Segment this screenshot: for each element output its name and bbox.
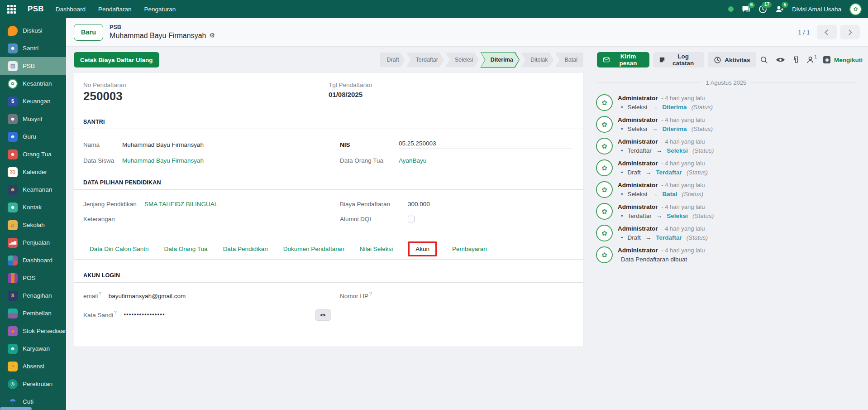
chatter-message: Administrator - 4 hari yang lalu Seleksi… (596, 94, 856, 111)
alumni-dqi-checkbox[interactable] (408, 216, 415, 222)
date-divider: 1 Agustus 2025 (596, 79, 856, 86)
paperclip-icon[interactable] (793, 56, 799, 64)
pos-shop-icon (8, 273, 18, 283)
search-icon[interactable] (760, 56, 768, 64)
field-tgl-pendaftaran: Tgl Pendaftaran 01/08/2025 (329, 82, 574, 103)
navbar-menu-item[interactable]: Pendaftaran (98, 6, 132, 13)
author-avatar[interactable] (596, 94, 613, 111)
print-reregistration-fee-button[interactable]: Cetak Biaya Daftar Ulang (74, 52, 159, 68)
sidebar-item[interactable]: ☻ Santri (0, 39, 66, 57)
statusbar-step[interactable]: Diterima (480, 52, 520, 68)
breadcrumb-app-link[interactable]: PSB (110, 24, 215, 31)
follow-button[interactable]: Mengikuti (823, 56, 863, 63)
notebook-tab[interactable]: Akun (408, 241, 437, 256)
notebook-tab[interactable]: Data Diri Calon Santri (90, 242, 149, 256)
sidebar-item[interactable]: ▤ PSB (0, 57, 66, 75)
sidebar-item[interactable]: ✿ Kesantrian (0, 75, 66, 92)
author-avatar[interactable] (596, 138, 613, 154)
send-message-button[interactable]: Kirim pesan (597, 52, 649, 68)
chatter-message: Administrator - 4 hari yang lalu Draft T… (596, 225, 856, 241)
sidebar-item[interactable]: 31 Kalender (0, 163, 66, 181)
user-avatar[interactable] (849, 3, 862, 15)
data-orang-tua-link[interactable]: AyahBayu (399, 157, 426, 164)
arrow-right-icon (656, 147, 663, 154)
activity-clock-icon[interactable]: 17 (758, 5, 767, 14)
statusbar-step[interactable]: Ditolak (521, 53, 553, 67)
registration-number: 250003 (83, 89, 329, 103)
followers-icon[interactable]: 1 (807, 56, 817, 63)
messages-icon[interactable]: 6 (742, 5, 750, 13)
sidebar-item[interactable]: Dashboard (0, 251, 66, 269)
sidebar-item[interactable]: ⌂ Sekolah (0, 216, 66, 234)
author-avatar[interactable] (596, 181, 613, 198)
apps-menu-icon[interactable] (7, 5, 16, 14)
stage-badge[interactable]: Baru (74, 24, 103, 41)
log-note-button[interactable]: Log catatan (653, 52, 704, 68)
school-building-icon: ⌂ (8, 220, 18, 230)
sidebar-item-label: Absensi (23, 363, 44, 370)
jenjang-pendidikan-link[interactable]: SMA TAHFIDZ BILINGUAL (144, 201, 218, 207)
author-avatar[interactable] (596, 225, 613, 241)
sidebar-item[interactable]: Diskusi (0, 22, 66, 39)
field-email: email? bayufirmansyah@gmail.com (83, 293, 340, 299)
notebook-tab[interactable]: Pembayaran (452, 242, 487, 256)
chatter-message: Administrator - 4 hari yang lalu Terdaft… (596, 203, 856, 220)
pager-prev-button[interactable] (817, 25, 837, 39)
sidebar-item[interactable]: ◔ Absensi (0, 357, 66, 375)
nis-input[interactable]: 05.25.250003 (399, 140, 572, 149)
sidebar-item-label: Penjualan (23, 239, 50, 246)
sidebar-item[interactable]: ☻ Orang Tua (0, 145, 66, 163)
section-pendidikan-title: DATA PILIHAN PENDIDIKAN (74, 179, 583, 190)
app-name[interactable]: PSB (28, 5, 44, 14)
sidebar-item[interactable]: ☻ Musyrif (0, 110, 66, 128)
sidebar-item[interactable]: Pembelian (0, 304, 66, 322)
statusbar-step[interactable]: Draft (380, 53, 405, 67)
sidebar-item[interactable]: ☻ Guru (0, 128, 66, 145)
author-avatar[interactable] (596, 159, 613, 176)
pager-next-button[interactable] (840, 25, 860, 39)
sidebar-item[interactable]: ☻ Keamanan (0, 181, 66, 198)
finance-dollar-icon: $ (8, 96, 18, 106)
activities-button[interactable]: Aktivitas (708, 52, 756, 68)
breadcrumb: PSB Muhammad Bayu Firmansyah (110, 24, 215, 40)
navbar-menu-item[interactable]: Pengaturan (144, 6, 176, 13)
notebook-tab[interactable]: Nilai Seleksi (360, 242, 393, 256)
registration-date: 01/08/2025 (329, 91, 574, 98)
sidebar-item[interactable]: $ Keuangan (0, 92, 66, 110)
sidebar-item[interactable]: $ Penagihan (0, 287, 66, 304)
author-avatar[interactable] (596, 246, 613, 263)
arrow-right-icon (652, 125, 658, 132)
data-siswa-link[interactable]: Muhammad Bayu Firmansyah (122, 157, 204, 164)
sidebar-item[interactable]: POS (0, 269, 66, 287)
navbar-menu-item[interactable]: Dashboard (56, 6, 86, 13)
eye-small-icon (320, 313, 326, 317)
author-avatar[interactable] (596, 203, 613, 220)
notebook-tab[interactable]: Dokumen Pendaftaran (283, 242, 344, 256)
gear-icon[interactable] (209, 32, 215, 40)
message-time: - 4 hari yang lalu (661, 95, 705, 101)
field-alumni-dqi: Alumni DQI (340, 216, 574, 222)
sidebar-item[interactable]: ◆ Stok Persediaan (0, 322, 66, 340)
sidebar-item[interactable]: ▂▅▇ Penjualan (0, 234, 66, 251)
statusbar-step[interactable]: Batal (555, 53, 584, 67)
company-switcher[interactable]: Divisi Amal Usaha (792, 6, 841, 13)
chatter-message: Administrator - 4 hari yang lalu Terdaft… (596, 138, 856, 154)
password-input[interactable]: •••••••••••••••• (124, 310, 305, 320)
sidebar-item[interactable]: ☻ Kontak (0, 198, 66, 216)
toggle-password-button[interactable] (315, 309, 331, 321)
author-avatar[interactable] (596, 116, 613, 133)
sidebar-item[interactable]: ☻ Karyawan (0, 340, 66, 357)
notebook-tab[interactable]: Data Pendidikan (223, 242, 268, 256)
sidebar-item[interactable]: ◎ Perekrutan (0, 375, 66, 393)
notifications-badge: 5 (782, 2, 789, 8)
statusbar-step[interactable]: Seleksi (445, 53, 479, 67)
eye-icon[interactable] (776, 57, 785, 63)
chatter-panel: 1 Agustus 2025 Administrator - 4 hari ya… (583, 72, 868, 268)
sidebar-scrollbar[interactable] (0, 407, 32, 410)
sidebar-item-label: Guru (23, 133, 36, 140)
notifications-icon[interactable]: 5 (775, 5, 784, 13)
message-time: - 4 hari yang lalu (661, 247, 705, 254)
statusbar-step[interactable]: Terdaftar (406, 53, 444, 67)
notebook-tab[interactable]: Data Orang Tua (164, 242, 208, 256)
follower-avatar-icon (823, 56, 830, 63)
